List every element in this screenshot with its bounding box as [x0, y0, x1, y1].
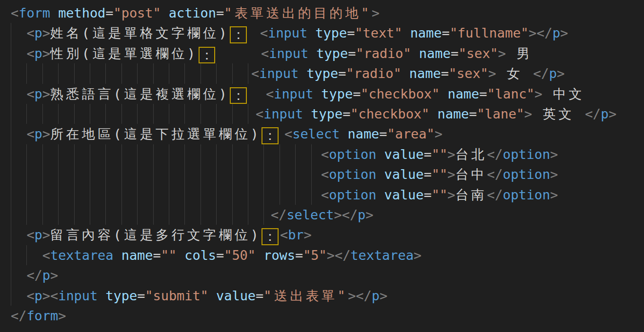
code-token: = [137, 288, 145, 303]
code-token: name [121, 248, 153, 263]
indent-guide-line [26, 104, 27, 124]
code-line-right-run: <input type="radio" name="sex"> 女 </p> [251, 63, 565, 83]
indent-guide-line [295, 144, 296, 164]
indent-guide-line [90, 164, 90, 184]
indent-guide-line [263, 144, 264, 164]
code-line[interactable]: <p><input type="submit" value="送出表單"></p… [0, 286, 644, 306]
code-token: = [442, 25, 449, 40]
code-token: 熟悉語言(這是複選欄位) [50, 86, 229, 101]
code-token: = [379, 126, 387, 141]
code-line[interactable]: <option value="">台北</option> [0, 144, 644, 164]
code-token: option [329, 147, 376, 162]
code-line[interactable]: <option value="">台南</option> [0, 185, 644, 205]
code-token: type [315, 25, 347, 40]
code-line[interactable]: <option value="">台中</option> [0, 164, 644, 184]
code-token: = [469, 106, 477, 121]
code-token: = [105, 5, 113, 20]
code-line[interactable]: <p>留言內容(這是多行文字欄位)：<br> [0, 225, 644, 245]
indent-guide-line [121, 104, 122, 124]
code-line-left-run: <p>留言內容(這是多行文字欄位)：<br> [11, 225, 312, 245]
code-token: < [50, 288, 58, 303]
indent-guide-line [11, 245, 11, 265]
indent-guide-line [248, 104, 248, 124]
unicode-highlight-box: ： [230, 26, 247, 43]
code-line-right-run: <option value="">台中</option> [321, 164, 558, 184]
code-editor[interactable]: <form method="post" action="表單送出的目的地"> <… [0, 0, 644, 332]
indent-guide-line [295, 185, 296, 205]
code-token: "lanc" [487, 86, 534, 101]
code-token: type [311, 106, 342, 121]
indent-guide-line [74, 205, 75, 225]
code-line[interactable]: <p>姓名(這是單格文字欄位)：<input type="text" name=… [0, 23, 644, 43]
code-line[interactable]: <p>熟悉語言(這是複選欄位)：<input type="checkbox" n… [0, 84, 644, 104]
code-token: < [261, 46, 269, 61]
indent-guide-line [311, 144, 312, 164]
code-token: value [384, 187, 424, 202]
code-token: > [414, 248, 422, 263]
code-line-left-run: <textarea name="" cols="50" rows="5"></t… [11, 245, 422, 265]
code-token [376, 147, 384, 162]
code-token: "area" [387, 126, 435, 141]
indent-guide-line [26, 205, 27, 225]
indent-guide-line [26, 185, 27, 205]
code-token: = [479, 86, 487, 101]
code-token: > [365, 207, 373, 222]
code-token: 性別(這是單選欄位) [50, 46, 198, 61]
indent-guide-line [121, 205, 122, 225]
indent-guide-line [58, 63, 59, 83]
code-token [11, 126, 26, 141]
code-token [402, 66, 409, 81]
indent-guide-line [58, 205, 59, 225]
code-token: "lane" [477, 106, 524, 121]
code-line[interactable]: </select></p> [0, 205, 644, 225]
indent-guide-line [184, 185, 185, 205]
code-token [161, 5, 169, 20]
indent-guide-line [121, 144, 122, 164]
indent-guide-line [169, 205, 169, 225]
indent-guide-line [216, 144, 217, 164]
code-token [411, 46, 419, 61]
code-token: "checkbox" [350, 106, 429, 121]
code-token: textarea [350, 248, 414, 263]
code-token: p [372, 288, 380, 303]
indent-guide-line [137, 104, 138, 124]
code-line[interactable]: <form method="post" action="表單送出的目的地"> [0, 3, 644, 23]
code-token: < [26, 25, 34, 40]
code-line[interactable]: </form> [0, 306, 644, 326]
code-line-right-run: </select></p> [271, 205, 374, 225]
code-token: > [535, 86, 543, 101]
indent-guide-line [137, 144, 138, 164]
code-token: > [304, 227, 312, 242]
code-line-left-run: <p>姓名(這是單格文字欄位)： [11, 23, 248, 43]
indent-guide-line [232, 104, 233, 124]
code-line[interactable]: <textarea name="" cols="50" rows="5"></t… [0, 245, 644, 265]
indent-guide-line [90, 144, 90, 164]
code-token: = [347, 25, 355, 40]
code-token: < [280, 227, 288, 242]
indent-guide-line [90, 63, 90, 83]
code-token: > [447, 147, 455, 162]
indent-guide-line [11, 225, 11, 245]
indent-guide-line [26, 164, 27, 184]
code-line[interactable]: <input type="radio" name="sex"> 女 </p> [0, 63, 644, 83]
indent-guide-line [42, 63, 43, 83]
code-token: > [380, 288, 387, 303]
code-token: name [410, 25, 442, 40]
code-line[interactable]: </p> [0, 265, 644, 285]
indent-guide-line [26, 63, 27, 83]
code-token [299, 66, 306, 81]
code-line[interactable]: <p>性別(這是單選欄位)：<input type="radio" name="… [0, 43, 644, 63]
code-line[interactable]: <input type="checkbox" name="lane"> 英文 <… [0, 104, 644, 124]
indent-guide-line [184, 63, 185, 83]
code-token: = [342, 106, 350, 121]
code-token: "5" [303, 248, 327, 263]
code-token: 姓名(這是單格文字欄位) [50, 25, 229, 40]
code-line[interactable]: <p>所在地區(這是下拉選單欄位)：<select name="area"> [0, 124, 644, 144]
code-token [11, 268, 26, 283]
code-token: </ [533, 66, 549, 81]
indent-guide-line [280, 185, 280, 205]
code-token: < [260, 25, 268, 40]
indent-guide-line [74, 104, 75, 124]
indent-guide-line [232, 63, 233, 83]
indent-guide-line [184, 164, 185, 184]
